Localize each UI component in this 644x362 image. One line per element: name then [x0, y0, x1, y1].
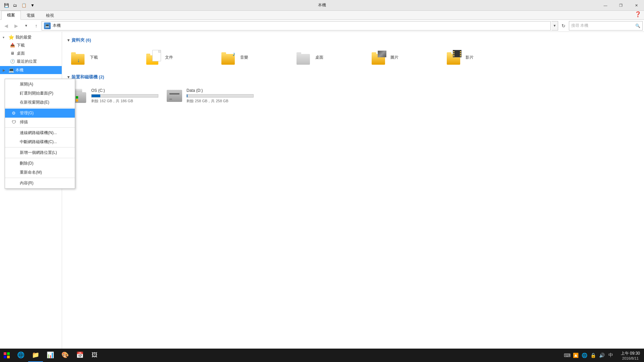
c-drive-name: OS (C:)	[91, 88, 158, 93]
taskbar: 🌐 📁 📊 🎨 📅 🖼 ⌨ 🔼 🌐 🔒 🔊 中 上午 09:30 2016/8/…	[0, 349, 644, 362]
tab-view[interactable]: 檢視	[40, 11, 60, 20]
search-placeholder: 搜尋 本機	[571, 23, 588, 28]
context-menu: 展開(A) 釘選到開始畫面(P) 在新視窗開啟(E) ⚙ 管理(G) 🛡 掃描 …	[5, 79, 75, 189]
ctx-disconnect-drive[interactable]: 中斷網路磁碟機(C)...	[5, 137, 75, 146]
folders-section-header: 資料夾 (6)	[67, 37, 639, 43]
d-drive-icon	[166, 87, 183, 105]
folder-item-music[interactable]: ♪ 音樂	[218, 47, 291, 67]
ctx-properties[interactable]: 內容(R)	[5, 179, 75, 188]
ribbon: 檔案 電腦 檢視 ❓	[0, 11, 644, 20]
folder-item-downloads[interactable]: ↓ 下載	[67, 47, 141, 67]
clock-time: 上午 09:30	[621, 351, 640, 356]
folder-item-desktop2[interactable]: 桌面	[293, 47, 367, 67]
close-button[interactable]: ✕	[629, 0, 644, 11]
ctx-manage[interactable]: ⚙ 管理(G)	[5, 109, 75, 118]
clock-date: 2016/8/11	[621, 356, 640, 360]
favorites-label: 我的最愛	[15, 35, 32, 40]
d-drive-bar-bg	[186, 94, 254, 98]
folder-label-downloads: 下載	[90, 55, 98, 60]
win-logo-q3	[4, 356, 6, 358]
sidebar-item-thispc[interactable]: ▶ 💻 本機	[0, 66, 62, 74]
address-box[interactable]: 💻 本機	[42, 21, 551, 31]
back-button[interactable]: ◀	[1, 21, 11, 31]
ie-taskbar-button[interactable]: 🌐	[13, 349, 28, 362]
videos-folder-icon	[446, 49, 462, 65]
refresh-button[interactable]: ↻	[559, 21, 568, 31]
drives-grid: OS (C:) 剩餘 162 GB，共 186 GB Data (D:)	[67, 84, 639, 108]
sidebar-item-downloads[interactable]: 📥 下載	[0, 41, 62, 49]
drive-item-c[interactable]: OS (C:) 剩餘 162 GB，共 186 GB	[67, 84, 161, 108]
ctx-delete[interactable]: 刪除(D)	[5, 159, 75, 168]
drive-item-d[interactable]: Data (D:) 剩餘 258 GB，共 258 GB	[163, 84, 257, 108]
volume-tray-icon[interactable]: 🔊	[599, 352, 605, 359]
sidebar-section-thispc: ▶ 💻 本機	[0, 66, 62, 74]
this-pc-address-icon: 💻	[44, 22, 51, 29]
restore-button[interactable]: ❐	[613, 0, 629, 11]
ime-tray-icon[interactable]: 中	[607, 352, 614, 359]
sidebar-item-recent[interactable]: 🕐 最近的位置	[0, 57, 62, 65]
sidebar-item-desktop[interactable]: 🖥 桌面	[0, 49, 62, 57]
search-box[interactable]: 搜尋 本機 🔍	[569, 21, 643, 31]
folder-label-documents: 文件	[165, 55, 173, 60]
tab-file[interactable]: 檔案	[1, 11, 21, 20]
pictures-folder-icon	[371, 49, 387, 65]
new-folder-button[interactable]: 📋	[20, 2, 28, 9]
folder-item-videos[interactable]: 影片	[443, 47, 517, 67]
customize-quick-access[interactable]: ▼	[29, 2, 36, 9]
keyboard-tray-icon[interactable]: ⌨	[564, 352, 571, 359]
ctx-rename[interactable]: 重新命名(M)	[5, 168, 75, 177]
up-button[interactable]: ↑	[32, 21, 41, 31]
folder-item-pictures[interactable]: 圖片	[368, 47, 442, 67]
sidebar-section-favorites: ▾ ⭐ 我的最愛 📥 下載 🖥 桌面 🕐 最近的位置	[0, 33, 62, 65]
minimize-button[interactable]: —	[598, 0, 613, 11]
forward-button[interactable]: ▶	[11, 21, 21, 31]
network-tray-icon[interactable]: 🌐	[581, 352, 588, 359]
folder-item-documents[interactable]: 文件	[143, 47, 216, 67]
ctx-add-location[interactable]: 新增一個網路位置(L)	[5, 148, 75, 157]
address-dropdown-arrow[interactable]: ▼	[551, 21, 558, 31]
d-drive-detail: 剩餘 258 GB，共 258 GB	[186, 99, 254, 104]
clock-area[interactable]: 上午 09:30 2016/8/11	[617, 351, 644, 360]
folders-grid: ↓ 下載 文件	[67, 47, 639, 67]
explorer-taskbar-button[interactable]: 📁	[28, 349, 43, 362]
desktop2-folder-icon	[296, 49, 312, 65]
system-tray: ⌨ 🔼 🌐 🔒 🔊 中	[561, 352, 617, 359]
ctx-sep-5	[5, 178, 75, 178]
desktop-folder-icon: 🖥	[9, 50, 15, 56]
ctx-open[interactable]: 展開(A)	[5, 80, 75, 89]
paint-taskbar-button[interactable]: 🎨	[58, 349, 72, 362]
properties-button[interactable]: 🗂	[11, 2, 19, 9]
ctx-connect-drive[interactable]: 連線網路磁碟機(N)...	[5, 128, 75, 137]
dropdown-button[interactable]: ▼	[21, 21, 31, 31]
download-folder-icon: 📥	[9, 42, 15, 48]
win-logo-q4	[7, 356, 10, 358]
windows-logo	[4, 352, 10, 358]
ctx-pin[interactable]: 釘選到開始畫面(P)	[5, 89, 75, 98]
downloads-label: 下載	[17, 43, 25, 48]
photo-taskbar-button[interactable]: 🖼	[87, 349, 102, 362]
quick-access-toolbar: 💾 🗂 📋 ▼	[0, 0, 39, 11]
d-drive-name: Data (D:)	[186, 88, 254, 93]
window-controls: — ❐ ✕	[598, 0, 644, 11]
star-icon: ⭐	[8, 34, 14, 40]
folders-section-label: 資料夾 (6)	[71, 37, 91, 43]
ctx-sep-3	[5, 147, 75, 147]
help-button[interactable]: ❓	[635, 11, 641, 17]
battery-tray-icon[interactable]: 🔒	[590, 352, 597, 359]
d-drive-bar-fill	[187, 95, 187, 97]
ctx-new-window[interactable]: 在新視窗開啟(E)	[5, 98, 75, 107]
start-button[interactable]	[0, 349, 13, 362]
ctx-scan[interactable]: 🛡 掃描	[5, 118, 75, 127]
calendar-taskbar-button[interactable]: 📅	[72, 349, 87, 362]
c-drive-bar-fill	[92, 95, 100, 97]
chevron-tray-icon[interactable]: 🔼	[573, 352, 579, 359]
folder-label-pictures: 圖片	[390, 55, 398, 60]
tab-computer[interactable]: 電腦	[21, 11, 40, 20]
title-bar: 💾 🗂 📋 ▼ 本機 — ❐ ✕	[0, 0, 644, 11]
office-taskbar-button[interactable]: 📊	[43, 349, 58, 362]
save-button[interactable]: 💾	[3, 2, 10, 9]
sidebar-item-favorites[interactable]: ▾ ⭐ 我的最愛	[0, 33, 62, 41]
ctx-sep-4	[5, 158, 75, 158]
win-logo-q1	[4, 352, 6, 355]
folder-label-desktop2: 桌面	[315, 55, 323, 60]
